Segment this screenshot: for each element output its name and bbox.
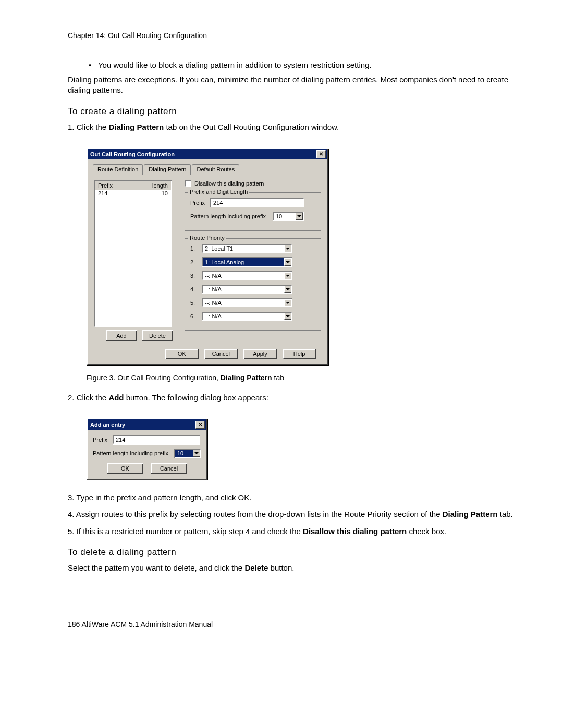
chevron-down-icon[interactable] [296,213,303,220]
disallow-label: Disallow this dialing pattern [194,180,264,187]
route-row: 5.--: N/A [190,298,315,307]
figure-caption: Figure 3. Out Call Routing Configuration… [87,374,516,382]
cancel-button[interactable]: Cancel [204,349,238,359]
list-header: Prefix length [95,181,171,190]
group-label: Prefix and Digit Length [188,189,249,195]
route-number: 3. [190,273,197,279]
tab-default-routes[interactable]: Default Routes [192,164,239,175]
out-call-routing-dialog: Out Call Routing Configuration ✕ Route D… [87,148,328,365]
tabs: Route Definition Dialing Pattern Default… [93,164,322,175]
route-dropdown[interactable]: 2: Local T1 [202,244,292,253]
chevron-down-icon[interactable] [193,450,200,457]
step-2: 2. Click the Add button. The following d… [68,392,516,403]
ok-button[interactable]: OK [165,349,199,359]
delete-paragraph: Select the pattern you want to delete, a… [68,563,516,573]
bullet-dot: • [89,60,96,69]
chapter-header: Chapter 14: Out Call Routing Configurati… [68,31,516,40]
prefix-label: Prefix [93,437,109,443]
route-row: 2.1: Local Analog [190,257,315,267]
route-number: 1. [190,245,197,252]
window-title: Out Call Routing Configuration [89,151,175,157]
disallow-checkbox[interactable] [185,180,191,187]
pattern-length-label: Pattern length including prefix [190,213,270,219]
delete-button[interactable]: Delete [142,330,173,341]
body-paragraph: Dialing patterns are exceptions. If you … [68,75,516,96]
chevron-down-icon[interactable] [284,258,291,266]
chevron-down-icon[interactable] [284,313,291,320]
route-number: 4. [190,286,197,292]
heading-delete: To delete a dialing pattern [68,547,516,558]
group-label: Route Priority [188,235,226,241]
route-dropdown[interactable]: --: N/A [202,285,292,294]
route-dropdown[interactable]: --: N/A [202,312,292,321]
route-number: 6. [190,313,197,319]
route-dropdown[interactable]: --: N/A [202,298,292,307]
route-row: 4.--: N/A [190,285,315,294]
pattern-length-label: Pattern length including prefix [93,450,171,456]
heading-create: To create a dialing pattern [68,106,516,117]
step-1: 1. Click the Dialing Pattern tab on the … [68,122,516,132]
page-footer: 186 AltiWare ACM 5.1 Administration Manu… [68,620,516,628]
step-4: 4. Assign routes to this prefix by selec… [68,509,516,520]
title-bar: Out Call Routing Configuration ✕ [88,149,327,159]
bullet-text: You would like to block a dialing patter… [98,60,372,69]
dialog-footer: OK Cancel Apply Help [94,343,321,359]
group-route-priority: Route Priority 1.2: Local T12.1: Local A… [185,238,321,331]
cancel-button[interactable]: Cancel [151,463,187,474]
pattern-list[interactable]: Prefix length 214 10 [94,180,172,327]
close-icon[interactable]: ✕ [195,421,205,429]
chevron-down-icon[interactable] [284,272,291,279]
title-bar: Add an entry ✕ [88,419,206,430]
route-number: 2. [190,259,197,265]
add-button[interactable]: Add [106,330,137,341]
group-prefix-digit-length: Prefix and Digit Length Prefix 214 Patte… [185,192,321,231]
prefix-input[interactable]: 214 [210,198,304,207]
route-dropdown[interactable]: --: N/A [202,271,292,280]
chevron-down-icon[interactable] [284,245,291,252]
route-number: 5. [190,300,197,306]
tab-dialing-pattern[interactable]: Dialing Pattern [144,164,191,175]
help-button[interactable]: Help [283,349,316,359]
add-entry-dialog: Add an entry ✕ Prefix 214 Pattern length… [87,418,207,480]
window-title: Add an entry [89,422,125,428]
tab-route-definition[interactable]: Route Definition [93,164,143,175]
pattern-length-dropdown[interactable]: 10 [273,212,304,221]
chevron-down-icon[interactable] [284,286,291,293]
route-row: 1.2: Local T1 [190,244,315,253]
list-row[interactable]: 214 10 [95,190,171,196]
route-row: 6.--: N/A [190,312,315,321]
pattern-length-dropdown[interactable]: 10 [174,449,201,458]
ok-button[interactable]: OK [107,463,143,474]
close-icon[interactable]: ✕ [316,150,326,158]
step-5: 5. If this is a restricted number or pat… [68,526,516,537]
prefix-label: Prefix [190,200,207,206]
apply-button[interactable]: Apply [243,349,277,359]
bullet-item: • You would like to block a dialing patt… [89,60,516,69]
route-dropdown[interactable]: 1: Local Analog [202,257,292,267]
step-3: 3. Type in the prefix and pattern length… [68,492,516,503]
chevron-down-icon[interactable] [284,299,291,306]
route-row: 3.--: N/A [190,271,315,280]
prefix-input[interactable]: 214 [113,435,200,445]
